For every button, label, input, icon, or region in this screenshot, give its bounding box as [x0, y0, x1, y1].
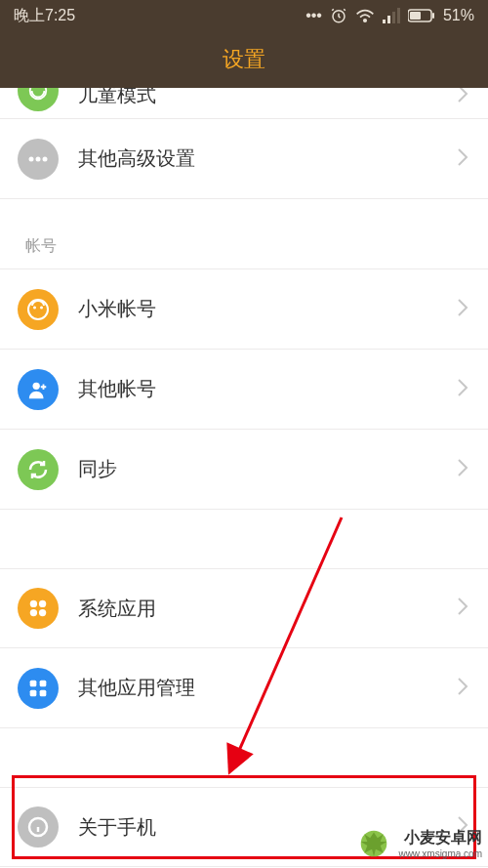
row-label: 系统应用: [78, 596, 457, 622]
child-mode-icon: [18, 88, 59, 111]
battery-percent: 51%: [443, 7, 474, 24]
svg-point-17: [30, 600, 37, 607]
svg-point-14: [33, 306, 36, 309]
svg-rect-3: [387, 16, 390, 23]
row-label: 关于手机: [78, 814, 457, 841]
row-label: 其他帐号: [78, 376, 457, 402]
row-other-apps[interactable]: 其他应用管理: [0, 648, 488, 728]
info-icon: [18, 806, 59, 847]
row-about-phone[interactable]: 关于手机: [0, 787, 488, 867]
row-label: 儿童模式: [78, 88, 457, 108]
svg-rect-7: [410, 12, 421, 20]
alarm-icon: [330, 7, 347, 24]
svg-point-20: [39, 609, 46, 616]
apps-grid-icon: [18, 668, 59, 709]
settings-list: 儿童模式 其他高级设置 帐号 小米帐号 其他帐号: [0, 88, 488, 868]
svg-rect-2: [383, 20, 386, 23]
svg-rect-5: [397, 8, 400, 23]
row-other-account[interactable]: 其他帐号: [0, 350, 488, 430]
more-settings-icon: [18, 139, 59, 180]
svg-point-15: [40, 306, 43, 309]
page-header: 设置: [0, 31, 488, 88]
battery-icon: [408, 9, 435, 22]
chevron-right-icon: [457, 458, 468, 481]
row-mi-account[interactable]: 小米帐号: [0, 269, 488, 350]
row-sync[interactable]: 同步: [0, 430, 488, 510]
svg-point-10: [29, 156, 34, 161]
svg-point-18: [39, 600, 46, 607]
statusbar: 晚上7:25 ••• 51%: [0, 0, 488, 31]
svg-rect-4: [392, 12, 395, 23]
svg-rect-22: [40, 680, 47, 686]
system-apps-icon: [18, 588, 59, 629]
status-time: 晚上7:25: [14, 6, 75, 26]
row-label: 小米帐号: [78, 296, 457, 322]
wifi-icon: [355, 8, 375, 23]
row-label: 其他高级设置: [78, 145, 457, 172]
row-label: 同步: [78, 456, 457, 482]
row-other-advanced[interactable]: 其他高级设置: [0, 119, 488, 199]
chevron-right-icon: [457, 677, 468, 700]
section-header-account: 帐号: [0, 199, 488, 269]
chevron-right-icon: [457, 378, 468, 401]
page-title: 设置: [223, 45, 265, 74]
svg-rect-8: [432, 13, 434, 19]
svg-point-12: [43, 156, 48, 161]
chevron-right-icon: [457, 88, 468, 107]
sync-icon: [18, 449, 59, 490]
svg-rect-23: [30, 689, 37, 696]
row-system-apps[interactable]: 系统应用: [0, 568, 488, 648]
chevron-right-icon: [457, 147, 468, 171]
chevron-right-icon: [457, 597, 468, 620]
user-add-icon: [18, 369, 59, 410]
svg-point-19: [30, 609, 37, 616]
svg-rect-21: [30, 680, 37, 686]
svg-rect-24: [40, 689, 47, 696]
svg-point-13: [28, 300, 48, 319]
svg-point-1: [364, 20, 367, 22]
signal-icon: [383, 8, 400, 23]
svg-point-16: [33, 382, 40, 389]
chevron-right-icon: [457, 815, 468, 839]
row-child-mode[interactable]: 儿童模式: [0, 88, 488, 119]
mi-account-icon: [18, 289, 59, 330]
chevron-right-icon: [457, 298, 468, 321]
row-label: 其他应用管理: [78, 675, 457, 701]
more-icon: •••: [305, 7, 322, 24]
svg-point-11: [36, 156, 41, 161]
